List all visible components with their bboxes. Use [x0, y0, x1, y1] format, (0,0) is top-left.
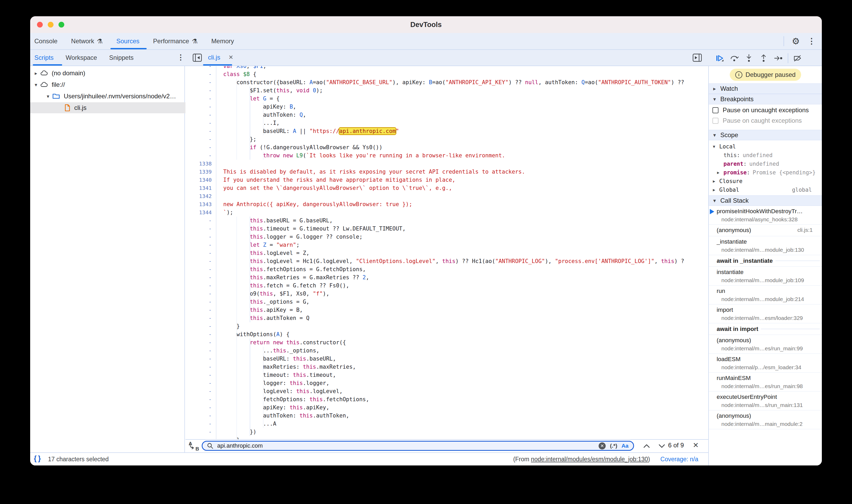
line-gutter[interactable]: -	[185, 282, 216, 290]
line-gutter[interactable]: 1342	[185, 192, 216, 200]
tab-console[interactable]: Console	[34, 37, 57, 45]
call-stack-frame[interactable]: importnode:internal/m…esm/loader:329	[709, 304, 822, 323]
call-stack-frame[interactable]: promiseInitHookWithDestroyTr…node:intern…	[709, 206, 822, 225]
pretty-print-icon[interactable]: { }	[34, 454, 41, 463]
line-gutter[interactable]: -	[185, 314, 216, 322]
code-line-text[interactable]: };	[216, 135, 708, 143]
code-line-text[interactable]: logger: this.logger,	[216, 379, 708, 387]
code-line-text[interactable]: baseURL: this.baseURL,	[216, 355, 708, 363]
code-line[interactable]: -var Xs0, $F1;	[185, 66, 708, 70]
tab-memory[interactable]: Memory	[211, 37, 234, 45]
line-gutter[interactable]: 1340	[185, 176, 216, 184]
call-stack-frame[interactable]: (anonymous)cli.js:1	[709, 225, 822, 236]
line-gutter[interactable]: -	[185, 111, 216, 119]
code-line[interactable]: - logLevel: this.logLevel,	[185, 387, 708, 395]
line-gutter[interactable]: -	[185, 249, 216, 257]
code-line[interactable]: - let Z = "warn";	[185, 241, 708, 249]
code-line[interactable]: - }	[185, 322, 708, 330]
code-line[interactable]: - baseURL: A || "https://api.anthropic.c…	[185, 127, 708, 135]
code-line[interactable]: - constructor({baseURL: A=ao("ANTHROPIC_…	[185, 78, 708, 87]
code-line-text[interactable]: this.maxRetries = G.maxRetries ?? 2,	[216, 273, 708, 282]
scope-group-closure[interactable]: ▸Closure	[709, 177, 822, 185]
code-line-text[interactable]: this.baseURL = G.baseURL,	[216, 217, 708, 225]
scope-property-this[interactable]: this:undefined	[709, 151, 822, 159]
code-line[interactable]: - this.logger = G.logger ?? console;	[185, 233, 708, 241]
line-gutter[interactable]: -	[185, 265, 216, 273]
clear-search-icon[interactable]: ✕	[599, 443, 606, 449]
code-line[interactable]: - ...I,	[185, 119, 708, 127]
tab-network[interactable]: Network⚗	[71, 37, 103, 45]
call-stack-frame[interactable]: runMainESMnode:internal/m…es/run_main:98	[709, 373, 822, 392]
line-gutter[interactable]: -	[185, 135, 216, 143]
call-stack-frame[interactable]: (anonymous)node:internal/m…main_module:2	[709, 410, 822, 429]
code-line-text[interactable]: this.authToken = Q	[216, 314, 708, 322]
code-line[interactable]: -class $8 {	[185, 70, 708, 78]
line-gutter[interactable]: -	[185, 412, 216, 420]
scope-expand-icon[interactable]: ▸	[709, 187, 719, 193]
line-gutter[interactable]: -	[185, 233, 216, 241]
code-line-text[interactable]: apiKey: this.apiKey,	[216, 403, 708, 412]
code-line[interactable]: - timeout: this.timeout,	[185, 371, 708, 379]
code-line-text[interactable]: if (!G.dangerouslyAllowBrowser && Ys0())	[216, 143, 708, 151]
line-gutter[interactable]: -	[185, 347, 216, 355]
navigator-more-icon[interactable]: ⋮	[177, 54, 184, 61]
code-line[interactable]: 1341you can set the \`dangerouslyAllowBr…	[185, 184, 708, 192]
match-case-toggle[interactable]: Aa	[621, 443, 628, 449]
call-stack-frame[interactable]: _instantiatenode:internal/m…module_job:1…	[709, 236, 822, 255]
code-line-text[interactable]: }	[216, 436, 708, 439]
section-scope[interactable]: ▾ Scope	[709, 130, 822, 140]
code-line-text[interactable]: ...I,	[216, 119, 708, 127]
code-line-text[interactable]: this.fetch = G.fetch ?? Fs0(),	[216, 282, 708, 290]
code-line-text[interactable]: new Anthropic({ apiKey, dangerouslyAllow…	[216, 200, 708, 209]
scope-property-parent[interactable]: parent:undefined	[709, 159, 822, 168]
line-gutter[interactable]: -	[185, 403, 216, 412]
code-line[interactable]: - return new this.constructor({	[185, 339, 708, 347]
line-gutter[interactable]: -	[185, 355, 216, 363]
code-line[interactable]: - ...A	[185, 420, 708, 428]
step-into-icon[interactable]	[742, 52, 756, 64]
code-line-text[interactable]: this.logLevel = Hc1(G.logLevel, "ClientO…	[216, 257, 708, 265]
scope-group-local[interactable]: ▾Local	[709, 142, 822, 151]
code-editor[interactable]: -var Xs0, $F1;-class $8 {- constructor({…	[185, 66, 708, 439]
code-line-text[interactable]: this.logger = G.logger ?? console;	[216, 233, 708, 241]
code-line-text[interactable]: logLevel: this.logLevel,	[216, 387, 708, 395]
code-line-text[interactable]: return new this.constructor({	[216, 339, 708, 347]
code-line[interactable]: - apiKey: B,	[185, 103, 708, 111]
line-gutter[interactable]: -	[185, 298, 216, 306]
line-gutter[interactable]: -	[185, 428, 216, 436]
code-line-text[interactable]: }	[216, 322, 708, 330]
line-gutter[interactable]: -	[185, 379, 216, 387]
toggle-debugger-sidebar-icon[interactable]	[692, 53, 703, 62]
code-line[interactable]: - this.baseURL = G.baseURL,	[185, 217, 708, 225]
line-gutter[interactable]: 1338	[185, 160, 216, 168]
line-gutter[interactable]: -	[185, 363, 216, 371]
tab-sources[interactable]: Sources	[117, 37, 140, 45]
code-line[interactable]: 1339This is disabled by default, as it r…	[185, 168, 708, 176]
next-match-icon[interactable]	[657, 442, 667, 450]
line-gutter[interactable]: -	[185, 95, 216, 103]
code-line[interactable]: 1343new Anthropic({ apiKey, dangerouslyA…	[185, 200, 708, 209]
call-stack-frame[interactable]: runnode:internal/m…module_job:214	[709, 286, 822, 304]
tab-close-icon[interactable]: ✕	[229, 54, 233, 61]
code-line[interactable]: 1340If you understand the risks and have…	[185, 176, 708, 184]
code-line[interactable]: 1342	[185, 192, 708, 200]
scope-expand-icon[interactable]: ▾	[709, 144, 719, 149]
previous-match-icon[interactable]	[641, 442, 652, 450]
line-gutter[interactable]: 1344	[185, 209, 216, 217]
code-line-text[interactable]: apiKey: B,	[216, 103, 708, 111]
line-gutter[interactable]: -	[185, 395, 216, 403]
line-gutter[interactable]: -	[185, 387, 216, 395]
tab-performance[interactable]: Performance⚗	[153, 37, 198, 45]
code-line-text[interactable]: this.timeout = G.timeout ?? Lw.DEFAULT_T…	[216, 225, 708, 233]
scope-group-global[interactable]: ▸Globalglobal	[709, 185, 822, 194]
navigator-tab-snippets[interactable]: Snippets	[109, 54, 134, 61]
code-line[interactable]: - withOptions(A) {	[185, 330, 708, 339]
code-line[interactable]: - $F1.set(this, void 0);	[185, 87, 708, 95]
line-gutter[interactable]: -	[185, 70, 216, 78]
code-line[interactable]: - authToken: Q,	[185, 111, 708, 119]
code-line-text[interactable]: ...A	[216, 420, 708, 428]
code-line[interactable]: - this.logLevel = Hc1(G.logLevel, "Clien…	[185, 257, 708, 265]
tree-item-file-[interactable]: ▾file://	[30, 79, 183, 90]
code-line[interactable]: - this.fetchOptions = G.fetchOptions,	[185, 265, 708, 273]
code-line[interactable]: - maxRetries: this.maxRetries,	[185, 363, 708, 371]
